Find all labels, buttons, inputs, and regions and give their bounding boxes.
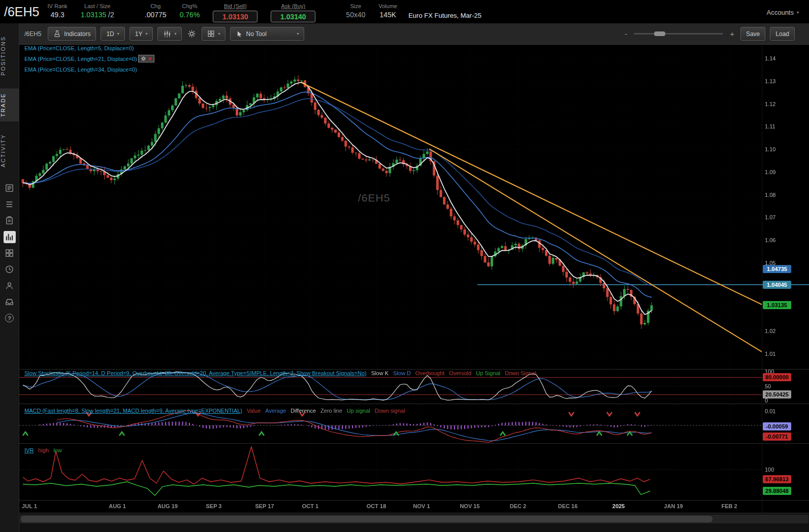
sidebar-tabs: POSITIONSTRADEACTIVITY	[0, 23, 19, 172]
sidebar-inbox-icon[interactable]	[4, 296, 16, 308]
stochastic-series-label: Oversold	[449, 370, 471, 376]
range-dropdown[interactable]: 1Y ▾	[130, 27, 153, 41]
stochastic-series-label: Slow D	[393, 370, 411, 376]
scrollbar-thumb[interactable]	[21, 516, 713, 522]
load-button[interactable]: Load	[770, 27, 795, 41]
time-axis-label: NOV 1	[413, 503, 430, 509]
chart-settings-button[interactable]	[186, 29, 197, 38]
zoom-slider-thumb[interactable]	[654, 31, 665, 36]
accounts-menu[interactable]: Accounts ▾	[767, 8, 799, 16]
price-axis-label: 1.11	[765, 123, 775, 129]
ivr-series-label: high	[38, 447, 49, 453]
scrollbar-strip	[19, 513, 809, 532]
sidebar-watchlist-icon[interactable]	[4, 198, 16, 211]
sidebar-tab-trade[interactable]: TRADE	[0, 88, 19, 121]
stochastic-legend: Slow Stochastic (K Period=14, D Period=9…	[24, 370, 541, 376]
sidebar-tab-activity[interactable]: ACTIVITY	[0, 129, 19, 172]
quote-field-bid: Bid (Sell)1.03130	[213, 3, 257, 22]
zoom-in-button[interactable]: +	[728, 29, 736, 38]
chevron-down-icon: ▾	[174, 31, 176, 36]
field-value-iv-rank: 49.3	[50, 11, 64, 19]
macd-value-bubble: -0.00059	[763, 422, 791, 430]
time-axis-label: OCT 18	[367, 503, 386, 509]
sidebar-news-icon[interactable]	[4, 182, 16, 194]
macd-title[interactable]: MACD (Fast length=8, Slow length=21, MAC…	[24, 408, 242, 414]
indicators-label: Indicators	[64, 30, 90, 38]
chart-toolbar: /6EH5 Indicators 1D ▾ 1Y ▾ ▾ ▾	[19, 23, 809, 45]
time-axis-label: FEB 2	[721, 503, 737, 509]
macd-series-label: Down signal	[375, 408, 405, 414]
stochastic-series-label: Slow K	[371, 370, 389, 376]
time-axis-label: JAN 19	[664, 503, 683, 509]
toolbar-symbol-label: /6EH5	[24, 30, 41, 38]
sidebar-community-icon[interactable]	[4, 280, 16, 292]
left-sidebar: POSITIONSTRADEACTIVITY ?	[0, 23, 19, 532]
sidebar-help-icon[interactable]: ?	[4, 312, 16, 324]
macd-series-label: Average	[265, 408, 286, 414]
sidebar-orders-icon[interactable]	[4, 215, 16, 227]
time-axis-label: AUG 19	[157, 503, 178, 509]
tool-value: No Tool	[246, 30, 266, 38]
quote-field-last-size: Last / Size1.03135 /2	[81, 3, 114, 19]
price-axis-label: 1.07	[765, 214, 775, 220]
sidebar-history-icon[interactable]	[4, 263, 16, 276]
quote-field-size: Size50x40	[346, 3, 365, 19]
stochastic-title[interactable]: Slow Stochastic (K Period=14, D Period=9…	[24, 370, 367, 376]
field-label: IV Rank	[47, 3, 67, 9]
stochastic-value-bubble: 80.00000	[763, 373, 791, 381]
field-label: Volume	[379, 3, 398, 9]
ema-21-legend[interactable]: EMA (Price=CLOSE, Length=21, Displace=0)…	[24, 56, 137, 66]
time-axis-label: OCT 1	[302, 503, 318, 509]
sidebar-tab-positions[interactable]: POSITIONS	[0, 31, 19, 80]
time-axis-label: AUG 1	[109, 503, 126, 509]
field-value-ask[interactable]: 1.03140	[271, 11, 315, 22]
stochastic-axis-label: 50	[765, 383, 771, 389]
study-edit-controls[interactable]: ×	[138, 55, 154, 62]
timeframe-dropdown[interactable]: 1D ▾	[101, 27, 124, 41]
price-axis-label: 1.06	[765, 237, 775, 243]
ivr-legend: IVRhighlow	[24, 447, 67, 453]
field-label: Last / Size	[84, 3, 110, 9]
stochastic-series-label: Down Signal	[505, 370, 536, 376]
ivr-axis-label: 100	[765, 467, 774, 473]
ivr-value-bubble: 67.96813	[763, 475, 791, 483]
price-axis-label: 1.09	[765, 169, 775, 175]
ivr-title[interactable]: IVR	[24, 447, 34, 453]
timeframe-value: 1D	[106, 30, 114, 38]
field-label: Chg%	[182, 3, 198, 9]
gear-icon[interactable]	[141, 56, 146, 61]
stochastic-series-label: Up Signal	[476, 370, 500, 376]
ema-34-legend[interactable]: EMA (Price=CLOSE, Length=34, Displace=0)	[24, 66, 137, 77]
price-chart-canvas[interactable]	[0, 0, 809, 532]
price-axis-label: 1.08	[765, 192, 775, 198]
sidebar-apps-icon[interactable]	[4, 247, 16, 259]
zoom-out-button[interactable]: -	[623, 29, 629, 38]
horizontal-scrollbar[interactable]	[20, 515, 808, 523]
macd-axis-label: 0.01	[765, 408, 775, 414]
save-button[interactable]: Save	[740, 27, 765, 41]
close-icon[interactable]: ×	[148, 56, 152, 61]
time-axis-label: DEC 16	[558, 503, 578, 509]
time-axis-label: JUL 1	[22, 503, 37, 509]
grid-icon	[207, 30, 215, 38]
indicators-button[interactable]: Indicators	[48, 27, 96, 41]
accounts-label: Accounts	[767, 9, 794, 16]
chevron-down-icon: ▾	[797, 10, 799, 15]
field-value-bid[interactable]: 1.03130	[213, 11, 257, 22]
stochastic-series-label: Overbought	[415, 370, 444, 376]
zoom-slider[interactable]	[634, 33, 723, 35]
zoom-control: - +	[623, 29, 736, 38]
time-axis-label: NOV 15	[460, 503, 479, 509]
quote-fields: IV Rank49.3Last / Size1.03135 /2Chg.0077…	[47, 1, 397, 22]
quote-field-volume: Volume145K	[379, 3, 398, 19]
macd-series-label: Difference	[290, 408, 316, 414]
macd-series-label: Zero line	[320, 408, 342, 414]
sidebar-chart-icon[interactable]	[4, 231, 16, 243]
time-axis-label: 2025	[612, 503, 625, 509]
ema-5-legend[interactable]: EMA (Price=CLOSE, Length=5, Displace=0)	[24, 45, 137, 56]
field-label: Size	[350, 3, 361, 9]
cursor-icon	[236, 30, 243, 38]
grid-layout-dropdown[interactable]: ▾	[202, 27, 225, 41]
chart-style-dropdown[interactable]: ▾	[157, 27, 182, 41]
drawing-tool-dropdown[interactable]: No Tool ▾	[230, 27, 304, 41]
